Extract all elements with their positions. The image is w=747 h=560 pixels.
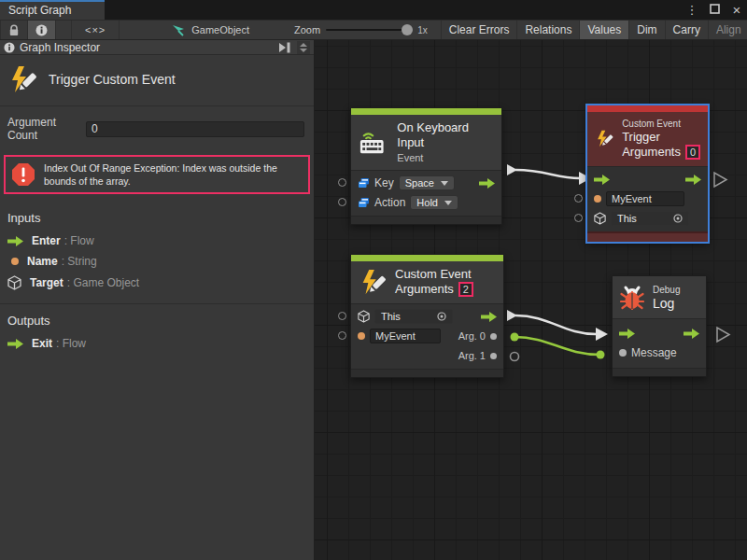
node-title: Trigger [622,130,700,145]
cube-icon [7,275,21,290]
wire-keyboard-to-trigger [515,170,580,178]
value-port-connected[interactable] [511,333,519,342]
event-name-input[interactable] [370,329,441,343]
graph-owner-button[interactable]: GameObject [164,21,257,39]
argument-count-input[interactable] [86,121,304,137]
node-debug-log[interactable]: Debug Log Message [612,275,707,377]
wire-start-arrow [507,164,517,175]
graph-inspector-header: Graph Inspector [0,40,314,55]
arg1-output-port[interactable] [511,353,519,361]
scroll-down-icon[interactable] [300,49,307,52]
value-port-connected[interactable] [597,351,605,359]
lock-button[interactable] [0,21,28,39]
clear-errors-button[interactable]: Clear Errors [441,21,518,39]
string-port-icon [358,332,365,340]
inspector-toggle-button[interactable] [28,21,56,39]
key-label: Key [374,176,394,189]
arguments-count-badge[interactable]: 0 [685,145,700,160]
arg1-label: Arg. 1 [458,350,486,361]
key-dropdown[interactable]: Space [399,175,455,190]
custom-event-icon [7,64,37,94]
zoom-value: 1x [417,25,428,35]
node-trigger-custom-event[interactable]: Custom Event Trigger Arguments 0 [586,105,709,243]
node-color-bar [351,255,503,261]
dim-button[interactable]: Dim [629,21,665,39]
flow-out-port[interactable] [685,175,701,185]
node-body: This Arg. 0 [351,303,503,369]
string-port-icon [594,195,601,203]
node-body: This [587,166,708,231]
inspector-scroll-spinner[interactable] [297,41,310,54]
close-icon[interactable]: × [730,2,743,18]
zoom-label: Zoom [294,24,320,35]
window-controls: ⋮ × [685,0,743,20]
node-custom-event-arguments[interactable]: Custom Event Arguments 2 This [350,254,504,378]
target-input-port[interactable] [338,312,346,320]
object-picker-icon[interactable] [437,312,446,321]
action-dropdown[interactable]: Hold [410,195,458,210]
tab-label: Script Graph [8,4,71,17]
scroll-up-icon[interactable] [300,43,307,47]
target-input-port[interactable] [574,214,583,222]
arg1-port[interactable] [490,353,497,359]
maximize-icon[interactable] [708,3,721,17]
object-picker-icon[interactable] [673,214,683,223]
relations-button[interactable]: Relations [517,21,580,39]
key-row: Key Space [351,174,501,193]
flow-in-port[interactable] [619,329,635,339]
flow-row [587,170,708,189]
bug-icon [620,285,644,311]
node-category: Custom Event [622,118,700,130]
output-row-exit: Exit : Flow [0,333,314,354]
name-input-port[interactable] [574,194,583,203]
arg0-label: Arg. 0 [458,330,486,342]
custom-event-icon [595,126,613,151]
zoom-slider-knob[interactable] [402,24,413,35]
wire-arguments-to-debug [515,315,597,334]
unit-title-row: Trigger Custom Event [0,55,314,105]
graph-canvas[interactable]: On Keyboard Input Event Key Space [315,40,747,560]
key-input-port[interactable] [338,178,346,187]
inspector-header-label: Graph Inspector [20,41,277,54]
message-input-port[interactable] [619,349,627,357]
arguments-count-badge[interactable]: 2 [458,282,473,297]
argument-count-row: Argument Count [0,106,314,151]
zoom-slider[interactable] [326,29,412,31]
event-name-input[interactable] [606,191,684,206]
lock-icon [8,24,20,36]
action-input-port[interactable] [338,198,346,206]
values-button[interactable]: Values [580,21,629,39]
flow-out-port[interactable] [481,312,497,322]
unit-title: Trigger Custom Event [49,72,176,87]
node-color-bar [351,108,501,115]
input-row-enter: Enter : Flow [0,231,314,251]
flow-out-port[interactable] [684,329,699,339]
graph-toolbar: <×> GameObject Zoom 1x Clear Errors Rela… [0,20,747,40]
keyboard-event-icon [359,128,388,156]
align-dropdown-button[interactable]: Align [709,21,747,39]
graph-inspector-panel: Graph Inspector Trigger Custom Event [0,40,315,560]
target-object-field[interactable]: This [374,309,453,324]
name-input-port[interactable] [338,331,346,340]
action-row: Action Hold [351,193,501,213]
cube-icon [594,212,606,225]
input-row-target: Target : Game Object [0,272,314,294]
wire-end-arrow [596,328,608,341]
graph-owner-icon [172,24,186,36]
event-name-row [587,189,708,209]
flow-continue-triangle [717,328,729,342]
flow-out-port[interactable] [479,178,495,189]
tab-script-graph[interactable]: Script Graph [0,0,105,20]
unity-visual-scripting-window: Script Graph ⋮ × <×> [0,0,747,560]
target-object-field[interactable]: This [611,211,689,226]
custom-event-icon [359,268,387,296]
node-title: On Keyboard Input [397,120,494,151]
node-on-keyboard-input[interactable]: On Keyboard Input Event Key Space [350,107,502,225]
arg0-port[interactable] [490,333,497,340]
edit-graph-button[interactable]: <×> [71,21,120,39]
window-menu-icon[interactable]: ⋮ [685,3,698,17]
error-message-text: Index Out Of Range Exception: Index was … [44,161,303,188]
carry-button[interactable]: Carry [666,21,709,39]
collapse-panel-icon[interactable] [277,42,291,53]
flow-in-port[interactable] [594,175,610,185]
